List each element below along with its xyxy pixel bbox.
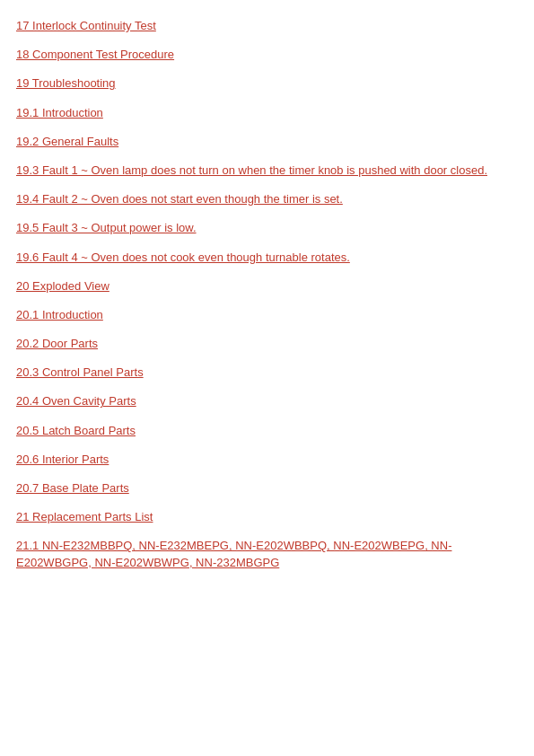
toc-link-item-17[interactable]: 17 Interlock Continuity Test	[16, 19, 156, 32]
toc-link-item-18[interactable]: 18 Component Test Procedure	[16, 48, 174, 61]
toc-link-item-19-4[interactable]: 19.4 Fault 2 ~ Oven does not start even …	[16, 192, 343, 206]
toc-link-item-20-7[interactable]: 20.7 Base Plate Parts	[16, 481, 129, 495]
toc-item: 19.6 Fault 4 ~ Oven does not cook even t…	[16, 250, 518, 266]
toc-item: 17 Interlock Continuity Test	[16, 18, 518, 34]
toc-item: 20 Exploded View	[16, 278, 518, 294]
toc-link-item-20[interactable]: 20 Exploded View	[16, 279, 109, 293]
toc-link-item-19-5[interactable]: 19.5 Fault 3 ~ Output power is low.	[16, 221, 197, 234]
toc-container: 17 Interlock Continuity Test18 Component…	[16, 18, 518, 571]
toc-item: 20.5 Latch Board Parts	[16, 423, 518, 439]
toc-item: 19.3 Fault 1 ~ Oven lamp does not turn o…	[16, 163, 518, 179]
toc-link-item-20-6[interactable]: 20.6 Interior Parts	[16, 453, 109, 466]
toc-item: 21 Replacement Parts List	[16, 509, 518, 525]
toc-item: 19.5 Fault 3 ~ Output power is low.	[16, 220, 518, 236]
toc-item: 19 Troubleshooting	[16, 75, 518, 92]
toc-item: 18 Component Test Procedure	[16, 47, 518, 63]
toc-item: 21.1 NN-E232MBBPQ, NN-E232MBEPG, NN-E202…	[16, 538, 518, 570]
toc-item: 20.2 Door Parts	[16, 336, 518, 352]
toc-link-item-20-4[interactable]: 20.4 Oven Cavity Parts	[16, 394, 136, 408]
toc-link-item-19-6[interactable]: 19.6 Fault 4 ~ Oven does not cook even t…	[16, 251, 350, 264]
toc-item: 20.4 Oven Cavity Parts	[16, 393, 518, 409]
toc-item: 19.2 General Faults	[16, 134, 518, 150]
toc-link-item-20-2[interactable]: 20.2 Door Parts	[16, 337, 98, 350]
toc-item: 20.1 Introduction	[16, 307, 518, 323]
toc-link-item-21[interactable]: 21 Replacement Parts List	[16, 510, 153, 523]
toc-link-item-19[interactable]: 19 Troubleshooting	[16, 76, 116, 90]
toc-link-item-19-3[interactable]: 19.3 Fault 1 ~ Oven lamp does not turn o…	[16, 163, 487, 177]
toc-link-item-19-1[interactable]: 19.1 Introduction	[16, 106, 103, 119]
toc-link-item-20-1[interactable]: 20.1 Introduction	[16, 308, 103, 321]
toc-link-item-20-5[interactable]: 20.5 Latch Board Parts	[16, 424, 136, 437]
toc-item: 20.3 Control Panel Parts	[16, 365, 518, 381]
toc-item: 20.6 Interior Parts	[16, 452, 518, 468]
toc-item: 19.4 Fault 2 ~ Oven does not start even …	[16, 191, 518, 207]
toc-item: 20.7 Base Plate Parts	[16, 480, 518, 497]
toc-link-item-19-2[interactable]: 19.2 General Faults	[16, 135, 118, 148]
toc-item: 19.1 Introduction	[16, 105, 518, 121]
toc-link-item-21-1[interactable]: 21.1 NN-E232MBBPQ, NN-E232MBEPG, NN-E202…	[16, 539, 451, 568]
toc-link-item-20-3[interactable]: 20.3 Control Panel Parts	[16, 365, 144, 379]
